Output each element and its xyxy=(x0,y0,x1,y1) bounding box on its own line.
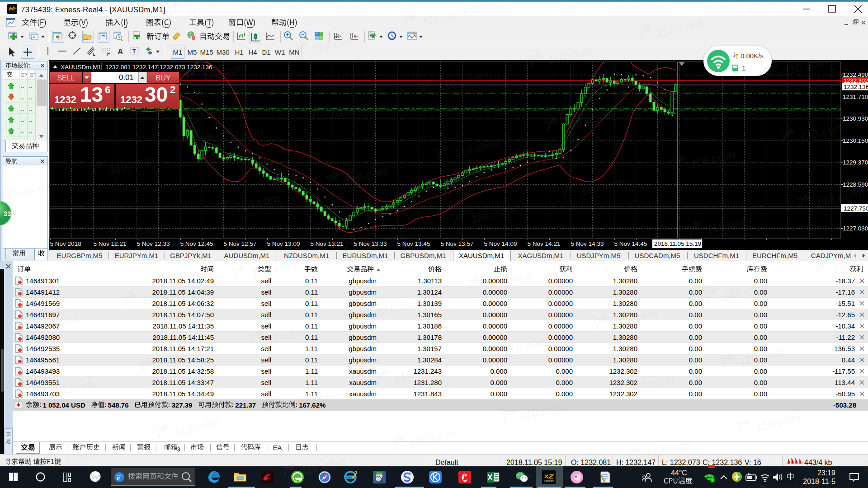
svg-text:E: E xyxy=(93,52,95,56)
svg-text:A: A xyxy=(118,47,123,56)
svg-text:33: 33 xyxy=(4,210,11,217)
svg-text:F: F xyxy=(107,52,110,56)
svg-text:e: e xyxy=(117,474,120,482)
svg-text:T: T xyxy=(132,48,136,55)
svg-text:exness: exness xyxy=(544,479,554,483)
